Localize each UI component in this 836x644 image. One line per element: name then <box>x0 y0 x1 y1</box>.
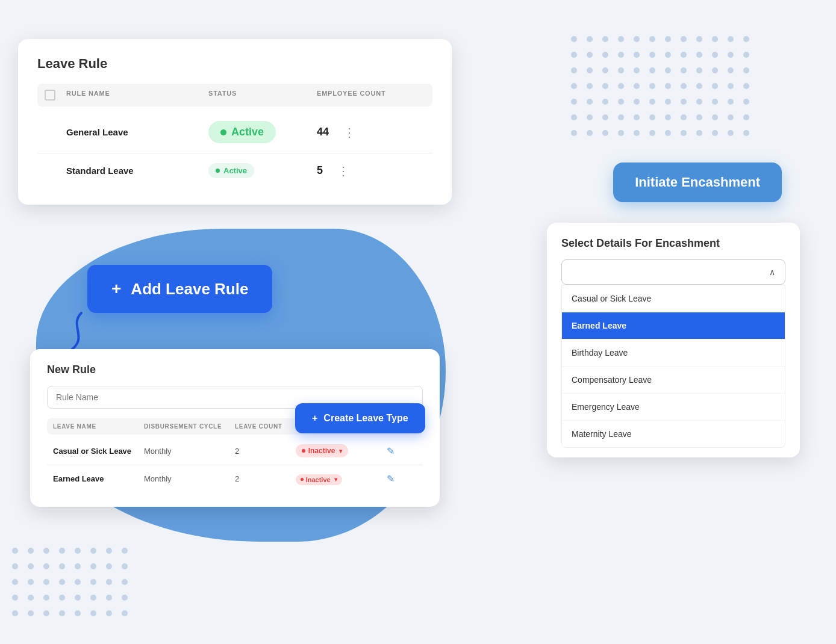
edit-icon[interactable]: ✎ <box>387 445 417 457</box>
leave-name-cell: Casual or Sick Leave <box>53 447 144 456</box>
encashment-card-title: Select Details For Encashment <box>561 237 785 250</box>
initiate-encashment-label: Initiate Encashment <box>635 175 760 190</box>
employee-count-value: 5 <box>317 164 323 177</box>
plus-icon: + <box>111 279 121 299</box>
employee-count-header: EMPLOYEE COUNT <box>317 90 425 101</box>
active-dot <box>216 169 220 173</box>
checkbox-col <box>45 90 66 101</box>
count-actions: 5 ⋮ <box>317 164 425 178</box>
leave-count-header: LEAVE COUNT <box>235 423 296 430</box>
new-rule-title: New Rule <box>47 364 423 376</box>
more-options-icon[interactable]: ⋮ <box>343 125 355 140</box>
table-row: Casual or Sick Leave Monthly 2 Inactive … <box>47 437 423 465</box>
dropdown-item-compensatory[interactable]: Compensatory Leave <box>562 367 785 394</box>
leave-count-cell: 2 <box>235 447 296 456</box>
dropdown-item-birthday[interactable]: Birthday Leave <box>562 339 785 367</box>
rule-name-cell: General Leave <box>66 127 208 137</box>
dropdown-item-earned[interactable]: Earned Leave <box>562 312 785 339</box>
plus-icon: + <box>312 413 317 424</box>
active-dot <box>220 129 226 135</box>
add-leave-rule-label: Add Leave Rule <box>131 280 248 299</box>
status-cell: Inactive ▾ <box>296 444 387 457</box>
encashment-dropdown[interactable]: ∧ <box>561 259 785 285</box>
leave-rule-title: Leave Rule <box>37 56 432 72</box>
edit-icon[interactable]: ✎ <box>387 473 417 485</box>
disbursement-cell: Monthly <box>144 474 235 483</box>
dot-pattern-bottom-left: (function(){ var dp = document.querySele… <box>12 548 133 620</box>
inactive-badge: Inactive ▾ <box>296 444 349 457</box>
encashment-card: Select Details For Encashment ∧ Casual o… <box>547 223 800 457</box>
chevron-down-icon: ▾ <box>334 476 337 483</box>
table-row: Standard Leave Active 5 ⋮ <box>37 153 432 188</box>
encashment-dropdown-list: Casual or Sick Leave Earned Leave Birthd… <box>561 285 785 448</box>
status-cell: Inactive ▾ <box>296 472 387 485</box>
chevron-down-icon: ▾ <box>339 448 342 454</box>
leave-rule-table-header: RULE NAME STATUS EMPLOYEE COUNT <box>37 84 432 107</box>
inactive-badge-small: Inactive ▾ <box>296 474 342 485</box>
count-actions: 44 ⋮ <box>317 125 425 140</box>
disbursement-header: DISBURSEMENT CYCLE <box>144 423 235 430</box>
active-badge-small: Active <box>208 163 254 178</box>
chevron-up-icon: ∧ <box>769 267 775 277</box>
leave-rule-card: Leave Rule RULE NAME STATUS EMPLOYEE COU… <box>18 39 452 205</box>
active-badge-large: Active <box>208 121 276 143</box>
rule-name-cell: Standard Leave <box>66 166 208 176</box>
dropdown-item-emergency[interactable]: Emergency Leave <box>562 394 785 421</box>
dropdown-item-maternity[interactable]: Maternity Leave <box>562 421 785 447</box>
leave-name-cell: Earned Leave <box>53 474 144 483</box>
disbursement-cell: Monthly <box>144 447 235 456</box>
leave-count-cell: 2 <box>235 474 296 483</box>
leave-name-header: LEAVE NAME <box>53 423 144 430</box>
more-options-icon[interactable]: ⋮ <box>337 164 349 178</box>
table-row: Earned Leave Monthly 2 Inactive ▾ ✎ <box>47 465 423 492</box>
status-cell: Active <box>208 121 317 143</box>
dot-pattern-top-right: (function(){ var dp = document.querySele… <box>571 36 764 144</box>
table-row: General Leave Active 44 ⋮ <box>37 111 432 153</box>
status-cell: Active <box>208 163 317 178</box>
create-leave-type-label: Create Leave Type <box>323 413 408 424</box>
inactive-dot <box>301 478 304 481</box>
select-all-checkbox[interactable] <box>45 90 55 101</box>
create-leave-type-button[interactable]: + Create Leave Type <box>295 403 425 433</box>
initiate-encashment-button[interactable]: Initiate Encashment <box>613 163 782 202</box>
inactive-dot <box>302 449 305 453</box>
dropdown-item-casual[interactable]: Casual or Sick Leave <box>562 285 785 312</box>
status-header: STATUS <box>208 90 317 101</box>
add-leave-rule-button[interactable]: + Add Leave Rule <box>87 265 272 313</box>
rule-name-header: RULE NAME <box>66 90 208 101</box>
employee-count-value: 44 <box>317 126 329 138</box>
